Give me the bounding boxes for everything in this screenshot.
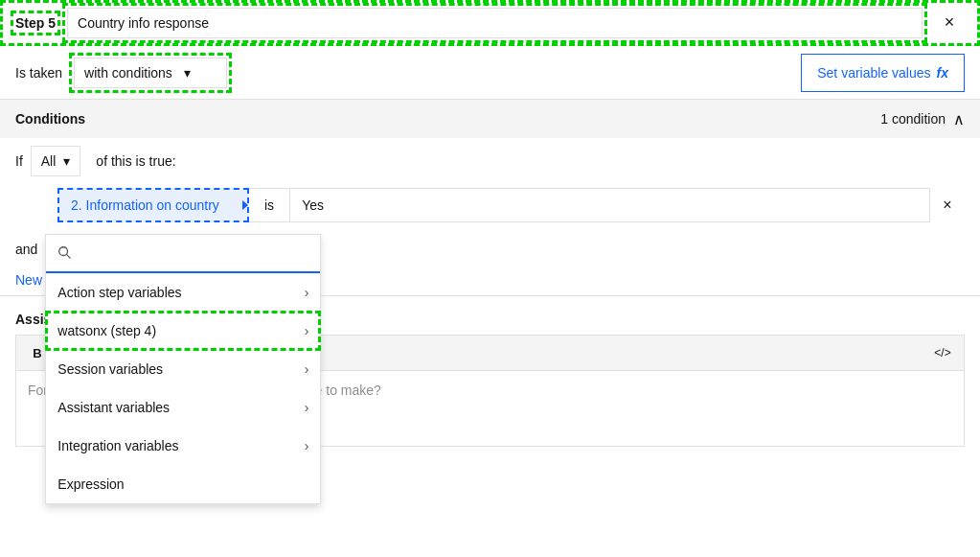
condition-is-value: is — [264, 197, 274, 213]
search-input[interactable] — [79, 245, 308, 261]
step-label: Step 5 — [15, 15, 56, 31]
main-container: Step 5 × Is taken with conditions ▾ Set … — [0, 0, 980, 557]
and-row: and — [0, 226, 980, 265]
and-label: and — [15, 242, 37, 257]
is-taken-row: Is taken with conditions ▾ Set variable … — [0, 46, 980, 100]
conditions-select[interactable]: with conditions ▾ — [74, 58, 227, 88]
condition-field[interactable]: 2. Information on country — [57, 188, 249, 222]
condition-value: Yes — [289, 188, 930, 222]
code-button[interactable]: </> — [929, 339, 956, 366]
conditions-select-value: with conditions — [84, 65, 172, 81]
dropdown-item-integration-vars[interactable]: Integration variables › — [46, 427, 320, 465]
if-row: If All ▾ of this is true: — [0, 138, 980, 184]
chevron-right-icon: › — [305, 361, 309, 377]
of-this-text: of this is true: — [96, 153, 175, 169]
step-header: Step 5 × — [0, 0, 980, 46]
chevron-right-icon: › — [305, 438, 309, 453]
svg-line-1 — [67, 254, 71, 258]
fx-icon: fx — [937, 65, 948, 81]
set-variable-label: Set variable values — [817, 65, 930, 81]
dropdown-item-action-step-vars[interactable]: Action step variables › — [46, 273, 320, 312]
condition-count: 1 condition — [880, 111, 946, 127]
conditions-header: Conditions 1 condition ∧ — [0, 100, 980, 138]
dropdown-item-label: Integration variables — [57, 438, 178, 453]
condition-value-text: Yes — [302, 197, 324, 213]
chevron-right-icon: › — [305, 323, 309, 338]
search-icon — [57, 245, 71, 262]
condition-is[interactable]: is — [249, 188, 289, 222]
conditions-collapse-icon[interactable]: ∧ — [953, 110, 965, 128]
condition-row: 2. Information on country is Yes × — [0, 184, 980, 226]
dropdown-item-session-vars[interactable]: Session variables › — [46, 350, 320, 388]
dropdown-item-assistant-vars[interactable]: Assistant variables › — [46, 388, 320, 427]
is-taken-label: Is taken — [15, 65, 62, 81]
chevron-right-icon: › — [305, 400, 309, 415]
if-label: If — [15, 153, 23, 169]
step-title-input[interactable] — [67, 8, 923, 38]
condition-field-value: 2. Information on country — [71, 197, 219, 213]
conditions-select-chevron: ▾ — [184, 65, 191, 81]
close-button[interactable]: × — [934, 8, 965, 38]
dropdown-item-label: Session variables — [57, 361, 163, 377]
all-select[interactable]: All ▾ — [31, 146, 81, 176]
all-select-value: All — [41, 153, 57, 169]
dropdown-item-watsonx[interactable]: watsonx (step 4) › — [46, 312, 320, 350]
dropdown-item-label: watsonx (step 4) — [57, 323, 156, 338]
search-box — [46, 235, 320, 273]
chevron-right-icon: › — [305, 285, 309, 300]
all-select-chevron: ▾ — [63, 153, 70, 169]
dropdown-item-label: Action step variables — [57, 285, 181, 300]
dropdown-item-label: Assistant variables — [57, 400, 170, 415]
dropdown-item-label: Expression — [57, 476, 124, 492]
dropdown-menu: Action step variables › watsonx (step 4)… — [45, 234, 321, 504]
dropdown-item-expression[interactable]: Expression — [46, 465, 320, 503]
condition-delete-button[interactable]: × — [930, 188, 965, 222]
conditions-section: Conditions 1 condition ∧ If All ▾ of thi… — [0, 100, 980, 296]
conditions-title: Conditions — [15, 111, 880, 127]
set-variable-button[interactable]: Set variable values fx — [801, 54, 965, 92]
